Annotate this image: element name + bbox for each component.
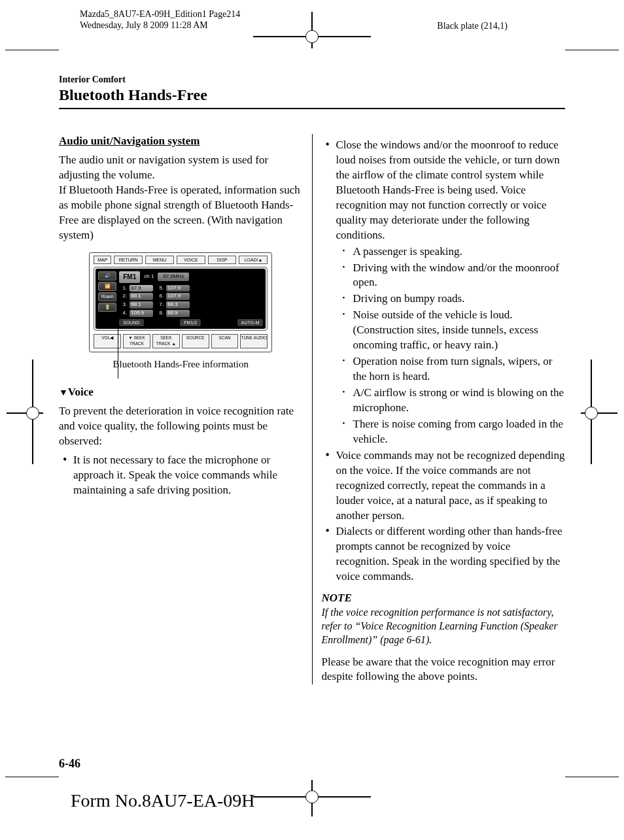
- crop-mark: [565, 777, 619, 777]
- channel-label: ch 1: [144, 273, 154, 280]
- sub-bumpy: Driving on bumpy roads.: [336, 292, 566, 307]
- radio-btn-seek-dn: ▼ SEEK TRACK: [123, 334, 150, 348]
- automem-label: AUTO-M: [237, 319, 263, 326]
- note-head: NOTE: [322, 591, 566, 606]
- registration-mark-top: [305, 12, 319, 48]
- callout-line: [118, 293, 118, 378]
- figure-caption: Bluetooth Hands-Free information: [59, 358, 303, 371]
- radio-figure: MAP RETURN MENU VOICE DISP LOAD/▲ 🔊 📶 Ro: [89, 252, 272, 352]
- radio-top-buttons: MAP RETURN MENU VOICE DISP LOAD/▲: [91, 254, 270, 265]
- right-column: Close the windows and/or the moonroof to…: [312, 134, 566, 684]
- crop-mark: [565, 50, 619, 50]
- section-small: Interior Comfort: [59, 75, 565, 85]
- radio-btn-tune: TUNE AUDIO: [240, 334, 268, 348]
- conditions-sublist: A passenger is speaking. Driving with th…: [336, 244, 566, 447]
- bullet-dialects: Dialects or different wording other than…: [322, 524, 566, 584]
- fm-toggle-label: FM1/2: [180, 319, 201, 326]
- section-large: Bluetooth Hands-Free: [59, 86, 565, 104]
- heading-rule: [59, 108, 565, 109]
- roam-icon: Roam: [98, 292, 116, 301]
- bullet-voice-not-recognized: Voice commands may not be recognized dep…: [322, 448, 566, 524]
- sub-passenger: A passenger is speaking.: [336, 244, 566, 260]
- sub-op-noise: Operation noise from turn signals, wiper…: [336, 354, 566, 384]
- radio-btn-map: MAP: [94, 256, 111, 264]
- registration-mark-right: [581, 405, 617, 421]
- voice-intro: To prevent the deterioration in voice re…: [59, 404, 303, 449]
- plate-info: Black plate (214,1): [437, 21, 508, 31]
- registration-mark-bottom: [305, 780, 319, 816]
- radio-btn-load: LOAD/▲: [239, 256, 268, 264]
- bt-info-icons: 🔊 📶 Roam 🔋: [98, 271, 116, 326]
- left-column: Audio unit/Navigation system The audio u…: [59, 134, 312, 684]
- date-line: Wednesday, July 8 2009 11:28 AM: [80, 20, 240, 31]
- radio-btn-source: SOURCE: [182, 334, 209, 348]
- bullet-close-windows: Close the windows and/or the moonroof to…: [322, 138, 566, 447]
- sub-ac-airflow: A/C airflow is strong or wind is blowing…: [336, 386, 566, 416]
- closing-para: Please be aware that the voice recogniti…: [322, 655, 566, 685]
- radio-btn-vol: VOL◀: [94, 334, 121, 348]
- bullet-face-mic: It is not necessary to face the micropho…: [59, 453, 303, 498]
- preset-grid: 1.87.9 5.107.9 2.88.1 6.107.9 3.98.1 7.8…: [119, 285, 263, 317]
- columns: Audio unit/Navigation system The audio u…: [59, 134, 565, 684]
- volume-icon: 🔊: [98, 271, 116, 280]
- radio-btn-voice: VOICE: [177, 256, 205, 264]
- note-body: If the voice recognition performance is …: [322, 606, 566, 647]
- audio-nav-subhead: Audio unit/Navigation system: [59, 134, 303, 149]
- page-number: 6-46: [59, 757, 80, 771]
- voice-bullets-left: It is not necessary to face the micropho…: [59, 453, 303, 498]
- radio-btn-disp: DISP: [208, 256, 237, 264]
- print-meta: Mazda5_8AU7-EA-09H_Edition1 Page214 Wedn…: [80, 9, 240, 31]
- bullet-close-windows-text: Close the windows and/or the moonroof to…: [336, 139, 560, 241]
- doc-id-line: Mazda5_8AU7-EA-09H_Edition1 Page214: [80, 9, 240, 20]
- voice-label: Voice: [68, 386, 94, 398]
- radio-btn-menu: MENU: [145, 256, 174, 264]
- sub-cargo-noise: There is noise coming from cargo loaded …: [336, 417, 566, 447]
- sub-window-open: Driving with the window and/or the moonr…: [336, 261, 566, 291]
- radio-btn-return: RETURN: [114, 256, 143, 264]
- crop-mark: [5, 777, 59, 777]
- registration-mark-left: [7, 405, 43, 421]
- crop-mark: [5, 50, 59, 50]
- sub-outside-noise: Noise outside of the vehicle is loud. (C…: [336, 308, 566, 353]
- radio-btn-scan: SCAN: [211, 334, 239, 348]
- sound-label: SOUND: [119, 319, 143, 326]
- section-heading: Interior Comfort Bluetooth Hands-Free: [59, 75, 565, 109]
- battery-icon: 🔋: [98, 303, 116, 312]
- voice-subhead: ▼Voice: [59, 385, 303, 400]
- form-number: Form No.8AU7-EA-09H: [71, 790, 255, 811]
- radio-btn-seek-up: SEEK TRACK ▲: [152, 334, 180, 348]
- audio-nav-para: The audio unit or navigation system is u…: [59, 153, 303, 243]
- signal-icon: 📶: [98, 282, 116, 291]
- triangle-icon: ▼: [59, 388, 68, 397]
- band-label: FM1: [119, 271, 140, 283]
- page-area: Interior Comfort Bluetooth Hands-Free Au…: [59, 50, 565, 777]
- radio-screen: 🔊 📶 Roam 🔋 FM1 ch 1 87.9MHz: [95, 269, 266, 329]
- freq-label: 87.9MHz: [158, 273, 189, 281]
- voice-bullets-right: Close the windows and/or the moonroof to…: [322, 138, 566, 584]
